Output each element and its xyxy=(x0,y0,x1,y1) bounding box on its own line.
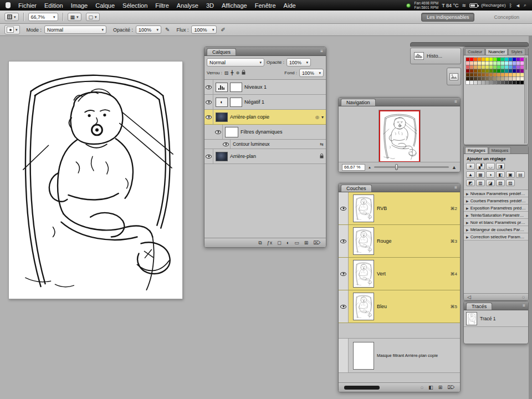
navigator-panel-header[interactable]: Navigation ≡ xyxy=(339,98,460,106)
color-swatch[interactable] xyxy=(513,62,516,65)
channel-row-rouge[interactable]: Rouge⌘3 xyxy=(339,225,460,258)
layer-thumbnail[interactable] xyxy=(216,152,228,161)
color-swatch[interactable] xyxy=(470,58,473,61)
color-swatch[interactable] xyxy=(489,58,493,61)
expanded-view-icon[interactable]: ◌ xyxy=(522,295,525,300)
color-swatch[interactable] xyxy=(505,69,508,73)
menu-item-fen-tre[interactable]: Fenêtre xyxy=(255,2,276,9)
disclosure-triangle-icon[interactable]: ▶ xyxy=(466,221,469,224)
color-swatch[interactable] xyxy=(497,65,500,69)
color-swatch[interactable] xyxy=(470,62,473,65)
color-swatch[interactable] xyxy=(493,58,497,61)
levels-adjustment-icon[interactable]: ▞ xyxy=(476,163,485,170)
layers-panel-header[interactable]: Calques ≡ xyxy=(204,47,326,56)
new-channel-icon[interactable]: ⊞ xyxy=(438,385,443,390)
color-swatch[interactable] xyxy=(466,69,469,73)
color-swatch[interactable] xyxy=(478,58,481,61)
color-swatch[interactable] xyxy=(489,69,493,73)
layer-mask-thumbnail[interactable] xyxy=(230,83,242,92)
visibility-eye-icon[interactable] xyxy=(340,239,346,243)
channel-row-rvb[interactable]: RVB⌘2 xyxy=(339,192,460,225)
delete-channel-icon[interactable]: ⌦ xyxy=(447,385,454,390)
visibility-eye-icon[interactable] xyxy=(215,130,221,134)
return-arrow-icon[interactable]: ◁ xyxy=(467,295,471,300)
color-swatch[interactable] xyxy=(516,62,520,65)
tool-preset-picker[interactable]: ▾ xyxy=(4,25,20,34)
smart-filter-toggle-icon[interactable]: ▾ xyxy=(321,115,324,120)
color-swatch[interactable] xyxy=(497,69,500,73)
color-swatch[interactable] xyxy=(478,73,481,76)
preset-group-teinte-saturation-param-[interactable]: ▶Teinte/Saturation Paramètres prédéfinis xyxy=(464,212,528,219)
color-swatch[interactable] xyxy=(501,81,504,84)
color-swatch[interactable] xyxy=(474,62,477,65)
color-swatch[interactable] xyxy=(478,65,481,69)
document-canvas[interactable] xyxy=(8,61,183,299)
filter-mask-thumbnail[interactable] xyxy=(225,127,238,137)
color-swatch[interactable] xyxy=(466,62,469,65)
photo-filter-adjustment-icon[interactable]: ▣ xyxy=(506,171,515,178)
color-swatch[interactable] xyxy=(489,73,493,76)
menu-item-filtre[interactable]: Filtre xyxy=(155,2,168,9)
color-swatch[interactable] xyxy=(466,65,469,69)
color-swatch[interactable] xyxy=(516,58,520,61)
color-swatch[interactable] xyxy=(474,58,477,61)
collapsed-histogram-panel-button[interactable]: Histo... xyxy=(410,48,461,64)
visibility-eye-icon[interactable] xyxy=(223,142,229,146)
layer-blend-mode-dropdown[interactable]: Normal ▾ xyxy=(207,58,264,66)
color-swatch[interactable] xyxy=(485,58,489,61)
color-swatch[interactable] xyxy=(482,69,485,73)
paths-panel-header[interactable]: Tracés ≡ xyxy=(464,301,528,310)
channels-panel-header[interactable]: Couches ≡ xyxy=(339,183,460,192)
menu-item-image[interactable]: Image xyxy=(71,2,88,9)
color-swatch[interactable] xyxy=(516,73,520,76)
channel-thumbnail[interactable] xyxy=(353,195,374,222)
color-swatch[interactable] xyxy=(509,58,512,61)
color-swatch[interactable] xyxy=(516,77,520,80)
tab-masques[interactable]: Masques xyxy=(489,147,511,154)
color-swatch[interactable] xyxy=(509,81,512,84)
color-swatch[interactable] xyxy=(485,77,489,80)
color-swatch[interactable] xyxy=(501,58,504,61)
delete-layer-icon[interactable]: ⌦ xyxy=(313,241,320,245)
invert-adjustment-thumbnail[interactable]: ◐ xyxy=(216,98,228,107)
color-swatch[interactable] xyxy=(482,73,485,76)
panel-menu-icon[interactable]: ≡ xyxy=(454,185,457,190)
invert-adjustment-icon[interactable]: ◩ xyxy=(466,180,475,186)
disclosure-triangle-icon[interactable]: ▶ xyxy=(466,228,469,232)
color-swatch[interactable] xyxy=(485,62,489,65)
visibility-eye-icon[interactable] xyxy=(340,272,346,276)
opacity-dropdown[interactable]: 100% ▾ xyxy=(136,25,161,34)
volume-icon[interactable]: ◄ xyxy=(515,3,520,8)
preset-group-m-langeur-de-couches-par[interactable]: ▶Mélangeur de couches Paramètres prédéfi… xyxy=(464,226,528,233)
layer-row-arri-re-plan-copie[interactable]: Arrière-plan copie◎▾ xyxy=(204,110,326,125)
new-layer-icon[interactable]: ⊞ xyxy=(304,241,309,245)
visibility-eye-icon[interactable] xyxy=(340,305,346,309)
color-swatch[interactable] xyxy=(520,81,524,84)
hue-saturation-adjustment-icon[interactable]: ▦ xyxy=(476,171,485,178)
posterize-adjustment-icon[interactable]: ▥ xyxy=(476,180,485,186)
airbrush-toggle-icon[interactable]: ✐ xyxy=(221,27,225,33)
channel-thumbnail[interactable] xyxy=(353,293,374,320)
color-swatch[interactable] xyxy=(474,69,477,73)
disclosure-triangle-icon[interactable]: ▶ xyxy=(466,199,469,203)
color-swatch[interactable] xyxy=(466,58,469,61)
menu-item-aide[interactable]: Aide xyxy=(284,2,296,9)
color-swatch[interactable] xyxy=(485,69,489,73)
color-swatch[interactable] xyxy=(501,62,504,65)
disclosure-triangle-icon[interactable]: ▶ xyxy=(466,213,469,217)
lock-all-icon[interactable] xyxy=(242,70,245,76)
color-swatch[interactable] xyxy=(493,69,497,73)
color-swatch[interactable] xyxy=(493,62,497,65)
color-swatch[interactable] xyxy=(505,58,508,61)
zoom-level-dropdown[interactable]: 66,7% ▾ xyxy=(28,13,58,21)
color-swatch[interactable] xyxy=(520,69,524,73)
color-swatch[interactable] xyxy=(497,81,500,84)
color-swatch[interactable] xyxy=(513,58,516,61)
color-swatch[interactable] xyxy=(520,62,524,65)
color-swatch[interactable] xyxy=(497,77,500,80)
color-balance-adjustment-icon[interactable]: ◑ xyxy=(486,171,495,178)
lock-transparency-icon[interactable]: ▨ xyxy=(224,70,229,75)
tab-couleur[interactable]: Couleur xyxy=(465,48,485,55)
layer-row-arri-re-plan[interactable]: Arrière-plan xyxy=(204,149,326,164)
color-swatch[interactable] xyxy=(509,69,512,73)
